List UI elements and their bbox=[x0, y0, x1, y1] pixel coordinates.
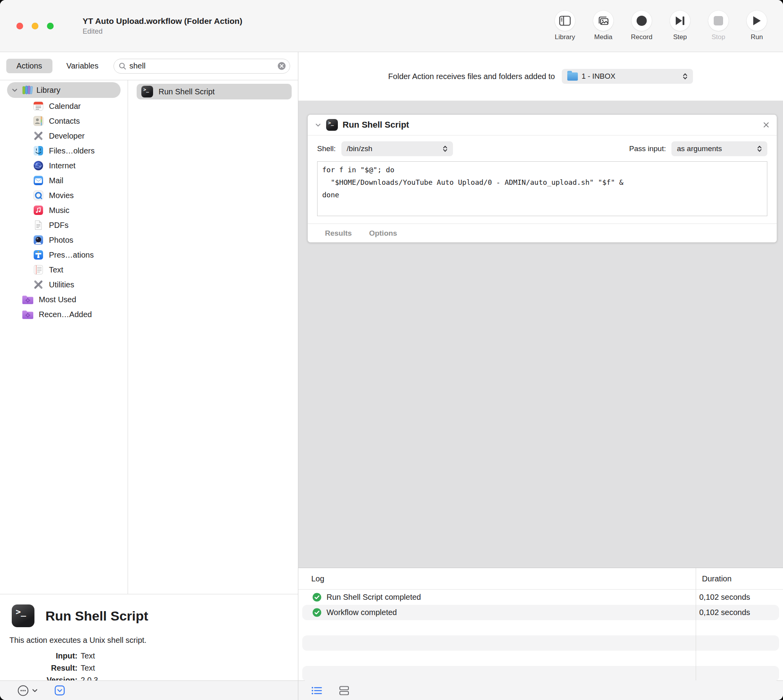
title-block: YT Auto Upload.workflow (Folder Action) … bbox=[83, 16, 242, 36]
sidebar-item-mail[interactable]: Mail bbox=[0, 173, 128, 188]
search-input[interactable]: shell bbox=[114, 59, 290, 74]
action-menu-button[interactable] bbox=[17, 685, 38, 696]
description-field-input: Input:Text bbox=[0, 650, 298, 662]
sidebar-item-utilities[interactable]: Utilities bbox=[0, 277, 128, 292]
shell-script-icon bbox=[141, 86, 153, 97]
pass-input-value: as arguments bbox=[677, 144, 722, 153]
quicktime-icon bbox=[33, 190, 43, 200]
crossed-tools-icon bbox=[33, 131, 43, 141]
sidebar-item-most-used[interactable]: Most Used bbox=[0, 292, 128, 307]
log-row[interactable]: Workflow completed 0,102 seconds bbox=[302, 605, 779, 620]
clear-search-button[interactable] bbox=[277, 61, 286, 70]
folder-action-label: Folder Action receives files and folders… bbox=[388, 72, 555, 81]
toggle-description-button[interactable] bbox=[54, 685, 65, 696]
search-icon bbox=[119, 62, 126, 70]
media-icon bbox=[597, 15, 610, 27]
keynote-icon bbox=[33, 250, 43, 260]
popup-chevrons-icon bbox=[756, 145, 763, 153]
pdf-document-icon bbox=[33, 220, 43, 230]
log-row[interactable]: Run Shell Script completed 0,102 seconds bbox=[302, 590, 779, 605]
sidebar-item-recently-added[interactable]: Recen…Added bbox=[0, 307, 128, 322]
shell-label: Shell: bbox=[317, 144, 336, 153]
sidebar-item-movies[interactable]: Movies bbox=[0, 188, 128, 203]
window-edited-status: Edited bbox=[83, 27, 242, 36]
sidebar-item-internet[interactable]: Internet bbox=[0, 158, 128, 173]
minimize-window-button[interactable] bbox=[32, 23, 38, 29]
library-toolbar-button[interactable]: Library bbox=[547, 11, 583, 41]
log-panel: Log Duration Run Shell Script completed … bbox=[298, 568, 783, 680]
description-field-version: Version:2.0.3 bbox=[0, 674, 298, 680]
tab-options[interactable]: Options bbox=[369, 229, 397, 238]
shell-select-dropdown[interactable]: /bin/zsh bbox=[341, 141, 453, 156]
window-title: YT Auto Upload.workflow (Folder Action) bbox=[83, 16, 242, 26]
action-description-panel: Run Shell Script This action executes a … bbox=[0, 594, 298, 680]
disclosure-chevron-icon[interactable] bbox=[315, 122, 321, 128]
sidebar-item-calendar[interactable]: Calendar bbox=[0, 99, 128, 114]
duration-column-header[interactable]: Duration bbox=[702, 574, 732, 583]
sidebar-item-files-folders[interactable]: Files…olders bbox=[0, 143, 128, 158]
folder-icon bbox=[567, 72, 578, 81]
shell-script-code-editor[interactable]: for f in "$@"; do "$HOME/Downloads/YouTu… bbox=[317, 161, 767, 216]
workflow-input-row: Folder Action receives files and folders… bbox=[298, 52, 783, 101]
sidebar-item-presentations[interactable]: Pres…ations bbox=[0, 247, 128, 262]
titlebar: YT Auto Upload.workflow (Folder Action) … bbox=[0, 0, 783, 52]
action-result-run-shell-script[interactable]: Run Shell Script bbox=[137, 84, 292, 99]
library-tree: Library Calendar bbox=[0, 80, 128, 594]
crossed-tools-icon bbox=[33, 280, 43, 290]
sidebar-item-music[interactable]: Music bbox=[0, 203, 128, 218]
text-document-icon bbox=[33, 265, 43, 275]
zoom-window-button[interactable] bbox=[47, 23, 54, 29]
sidebar-item-label: Library bbox=[36, 86, 60, 95]
stop-toolbar-button: Stop bbox=[701, 11, 736, 41]
disclosure-chevron-icon[interactable] bbox=[11, 87, 18, 94]
media-toolbar-button[interactable]: Media bbox=[586, 11, 621, 41]
music-note-icon bbox=[33, 205, 43, 215]
record-icon bbox=[636, 15, 648, 27]
run-shell-script-action-card: Run Shell Script Shell: /bin/zsh bbox=[307, 114, 777, 243]
description-summary: This action executes a Unix shell script… bbox=[9, 636, 298, 645]
library-pane: Actions Variables shell bbox=[0, 52, 298, 680]
log-row-empty bbox=[302, 635, 779, 651]
library-sidebar-icon bbox=[559, 15, 571, 26]
contacts-icon bbox=[33, 116, 43, 126]
log-list-view-button[interactable] bbox=[311, 685, 323, 696]
chevron-down-icon bbox=[32, 687, 38, 694]
action-card-header[interactable]: Run Shell Script bbox=[308, 115, 777, 135]
log-row-empty bbox=[302, 651, 779, 666]
sidebar-item-library[interactable]: Library bbox=[7, 82, 121, 98]
tab-results[interactable]: Results bbox=[325, 229, 352, 238]
run-toolbar-button[interactable]: Run bbox=[739, 11, 774, 41]
sidebar-item-pdfs[interactable]: PDFs bbox=[0, 218, 128, 233]
finder-icon bbox=[33, 146, 43, 156]
sidebar-item-contacts[interactable]: Contacts bbox=[0, 114, 128, 128]
action-card-title: Run Shell Script bbox=[343, 120, 409, 130]
workflow-canvas: Run Shell Script Shell: /bin/zsh bbox=[298, 101, 783, 568]
log-row-empty bbox=[302, 666, 779, 681]
pass-input-dropdown[interactable]: as arguments bbox=[671, 141, 767, 156]
sidebar-item-text[interactable]: Text bbox=[0, 262, 128, 277]
sidebar-item-photos[interactable]: Photos bbox=[0, 233, 128, 247]
description-field-result: Result:Text bbox=[0, 662, 298, 674]
mail-icon bbox=[33, 175, 43, 186]
remove-action-button[interactable] bbox=[763, 121, 770, 128]
shell-select-value: /bin/zsh bbox=[347, 144, 372, 153]
close-window-button[interactable] bbox=[16, 23, 23, 29]
tab-actions[interactable]: Actions bbox=[6, 59, 52, 73]
step-toolbar-button[interactable]: Step bbox=[662, 11, 698, 41]
traffic-lights bbox=[16, 23, 54, 29]
smart-folder-icon bbox=[22, 294, 34, 305]
shell-script-icon bbox=[12, 604, 34, 627]
search-value: shell bbox=[130, 61, 274, 70]
record-toolbar-button[interactable]: Record bbox=[624, 11, 659, 41]
folder-select-dropdown[interactable]: 1 - INBOX bbox=[562, 69, 693, 84]
split-panels-view-button[interactable] bbox=[338, 685, 350, 696]
pass-input-label: Pass input: bbox=[629, 144, 666, 153]
log-column-header[interactable]: Log bbox=[311, 574, 324, 583]
tab-variables[interactable]: Variables bbox=[67, 61, 99, 70]
status-bar bbox=[0, 680, 783, 700]
sidebar-item-developer[interactable]: Developer bbox=[0, 128, 128, 143]
shell-script-icon bbox=[326, 119, 338, 131]
automator-window: YT Auto Upload.workflow (Folder Action) … bbox=[0, 0, 783, 700]
workflow-pane: Folder Action receives files and folders… bbox=[298, 52, 783, 680]
popup-chevrons-icon bbox=[442, 145, 448, 153]
